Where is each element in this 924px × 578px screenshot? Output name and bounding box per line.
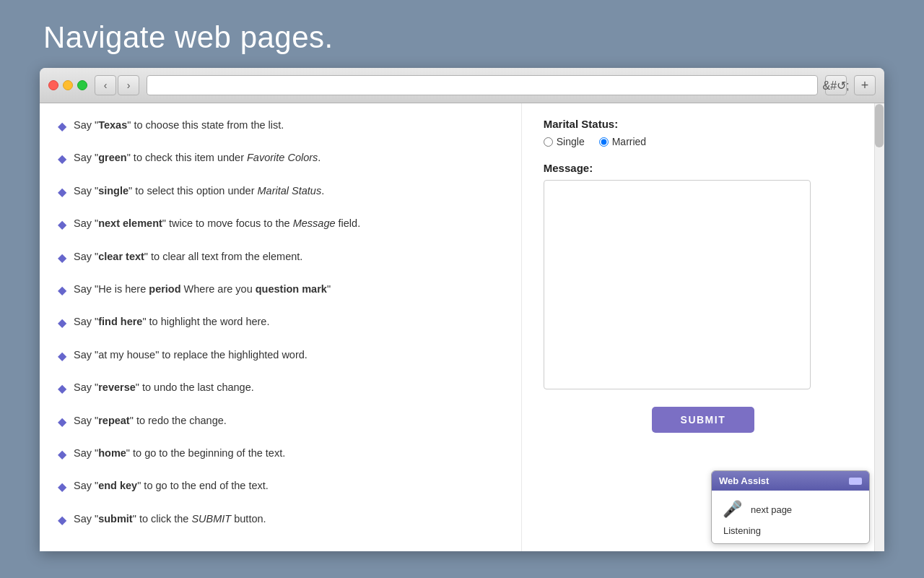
list-item: ◆ Say "single" to select this option und… (58, 184, 500, 200)
reload-button[interactable]: &#↺; (825, 75, 847, 95)
list-item: ◆ Say "end key" to go to the end of the … (58, 478, 500, 495)
list-item: ◆ Say "He is here period Where are you q… (58, 282, 500, 298)
web-assist-minimize-button[interactable] (849, 478, 862, 485)
scrollbar-thumb[interactable] (875, 104, 884, 147)
diamond-icon: ◆ (58, 479, 66, 495)
list-item: ◆ Say "clear text" to clear all text fro… (58, 249, 500, 266)
radio-married-label: Married (612, 136, 646, 147)
list-item: ◆ Say "submit" to click the SUBMIT butto… (58, 512, 500, 528)
browser-window: ‹ › &#↺; + ◆ Say "Texas" to choose this … (40, 68, 884, 551)
diamond-icon: ◆ (58, 447, 66, 462)
back-button[interactable]: ‹ (95, 75, 116, 95)
marital-status-section: Marital Status: Single Married (544, 118, 863, 147)
diamond-icon: ◆ (58, 315, 66, 331)
message-label: Message: (544, 162, 863, 174)
page-title: Navigate web pages. (0, 0, 924, 68)
web-assist-command: next page (751, 504, 792, 515)
browser-toolbar: ‹ › &#↺; + (40, 68, 884, 103)
instructions-panel: ◆ Say "Texas" to choose this state from … (40, 103, 521, 551)
close-button[interactable] (48, 80, 58, 90)
diamond-icon: ◆ (58, 118, 66, 134)
message-textarea[interactable] (544, 180, 811, 389)
diamond-icon: ◆ (58, 348, 66, 364)
address-bar[interactable] (147, 75, 818, 95)
list-item: ◆ Say "next element" twice to move focus… (58, 216, 500, 233)
diamond-icon: ◆ (58, 381, 66, 397)
nav-buttons: ‹ › (95, 75, 139, 95)
web-assist-body: 🎤 next page Listening (712, 491, 869, 543)
diamond-icon: ◆ (58, 512, 66, 528)
marital-status-label: Marital Status: (544, 118, 863, 130)
message-section: Message: (544, 162, 863, 392)
forward-button[interactable]: › (118, 75, 139, 95)
maximize-button[interactable] (77, 80, 87, 90)
web-assist-status: Listening (720, 525, 761, 536)
submit-button[interactable]: SUBMIT (652, 407, 755, 433)
new-tab-button[interactable]: + (854, 75, 876, 95)
radio-single-input[interactable] (544, 137, 553, 147)
list-item: ◆ Say "Texas" to choose this state from … (58, 118, 500, 134)
list-item: ◆ Say "green" to check this item under F… (58, 150, 500, 167)
diamond-icon: ◆ (58, 250, 66, 266)
web-assist-command-row: 🎤 next page (720, 498, 792, 521)
web-assist-title: Web Assist (719, 475, 769, 486)
radio-married-input[interactable] (599, 137, 609, 147)
diamond-icon: ◆ (58, 217, 66, 233)
web-assist-header: Web Assist (712, 471, 869, 491)
browser-content: ◆ Say "Texas" to choose this state from … (40, 103, 884, 551)
list-item: ◆ Say "reverse" to undo the last change. (58, 380, 500, 397)
minimize-button[interactable] (63, 80, 73, 90)
marital-status-radio-group: Single Married (544, 136, 863, 147)
web-assist-panel: Web Assist 🎤 next page Listening (711, 470, 870, 544)
diamond-icon: ◆ (58, 151, 66, 167)
diamond-icon: ◆ (58, 184, 66, 200)
scrollbar[interactable] (874, 103, 884, 551)
microphone-icon: 🎤 (720, 498, 744, 521)
radio-single[interactable]: Single (544, 136, 585, 147)
list-item: ◆ Say "find here" to highlight the word … (58, 314, 500, 331)
traffic-lights (48, 80, 87, 90)
diamond-icon: ◆ (58, 282, 66, 298)
list-item: ◆ Say "repeat" to redo the change. (58, 413, 500, 430)
list-item: ◆ Say "home" to go to the beginning of t… (58, 446, 500, 462)
diamond-icon: ◆ (58, 414, 66, 430)
radio-married[interactable]: Married (599, 136, 646, 147)
list-item: ◆ Say "at my house" to replace the highl… (58, 348, 500, 364)
radio-single-label: Single (557, 136, 585, 147)
